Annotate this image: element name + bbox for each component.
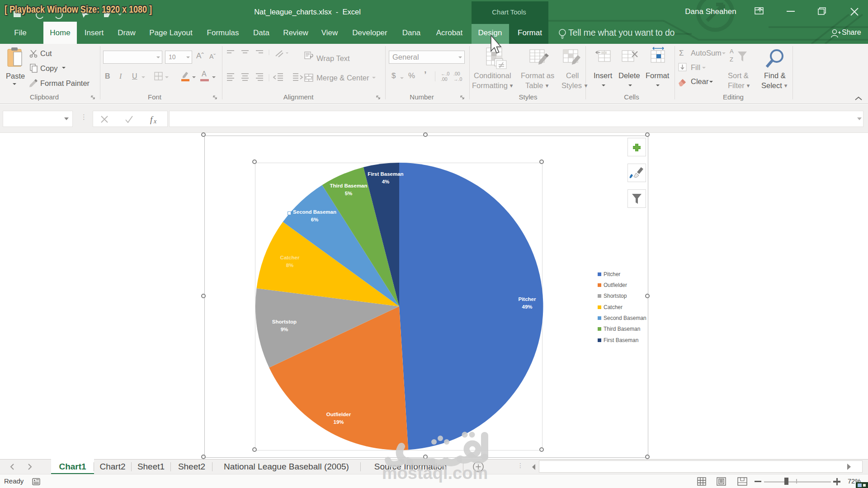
svg-text:f: f [150, 115, 154, 124]
svg-text:mostaql.com: mostaql.com [382, 464, 488, 483]
svg-text:x: x [153, 118, 157, 124]
